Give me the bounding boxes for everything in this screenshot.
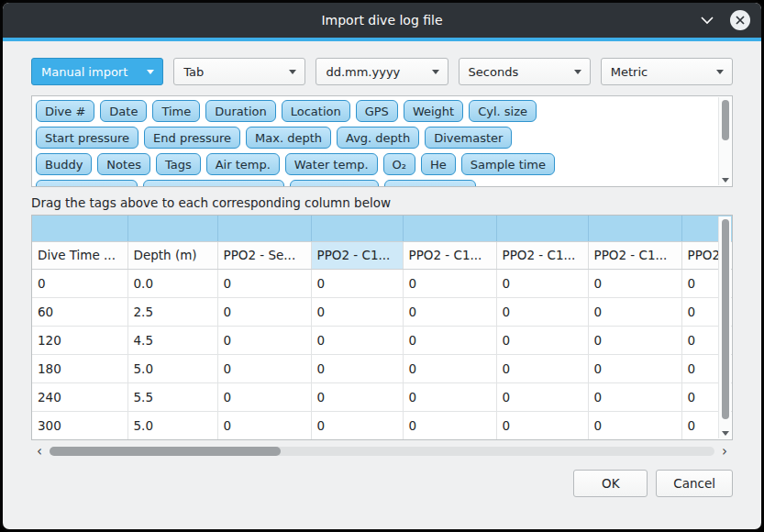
column-header: Dive Time ... xyxy=(32,241,127,269)
combo-units[interactable]: Metric xyxy=(601,58,733,85)
tag-area-scrollbar[interactable] xyxy=(718,97,731,185)
dialog-buttons: OK Cancel xyxy=(31,470,733,497)
table-cell: 0 xyxy=(588,354,681,382)
tag-row: Sample depthSample temperatureSample pO₂… xyxy=(36,180,714,187)
combo-date-format[interactable]: dd.mm.yyyy xyxy=(316,58,448,85)
tag-sample-temperature[interactable]: Sample temperature xyxy=(143,180,285,187)
tag-location[interactable]: Location xyxy=(282,100,350,122)
table-cell: 0 xyxy=(311,269,403,297)
table-row: 3005.0000000 xyxy=(32,411,733,439)
tag-area: Dive #DateTimeDurationLocationGPSWeightC… xyxy=(31,95,733,187)
table-cell: 0 xyxy=(311,354,403,382)
table-cell: 0 xyxy=(496,297,588,326)
tag-end-pressure[interactable]: End pressure xyxy=(144,127,240,149)
scroll-right-icon[interactable]: › xyxy=(718,444,731,459)
tag-avg-depth[interactable]: Avg. depth xyxy=(337,127,419,149)
tag-gps[interactable]: GPS xyxy=(356,100,398,122)
tag-max-depth[interactable]: Max. depth xyxy=(246,127,331,149)
scrollbar-thumb[interactable] xyxy=(722,100,729,140)
table-cell: 0 xyxy=(311,411,403,439)
table-cell: 0 xyxy=(217,382,311,411)
combo-value: Manual import xyxy=(41,65,147,79)
scrollbar-track[interactable] xyxy=(50,447,714,456)
tag-tags[interactable]: Tags xyxy=(156,153,201,175)
tag-notes[interactable]: Notes xyxy=(97,153,150,175)
scrollbar-thumb[interactable] xyxy=(50,447,281,456)
table-cell: 0 xyxy=(403,354,496,382)
tag-weight[interactable]: Weight xyxy=(404,100,463,122)
chevron-down-icon[interactable] xyxy=(697,10,717,30)
drop-target-cell[interactable] xyxy=(311,216,403,241)
preview-table-container: Dive Time ...Depth (m)PPO2 - Se...PPO2 -… xyxy=(31,215,733,440)
table-cell: 0.0 xyxy=(127,269,217,297)
table-cell: 0 xyxy=(588,382,681,411)
table-cell: 5.5 xyxy=(127,382,217,411)
scroll-down-icon[interactable] xyxy=(722,431,729,436)
tag-row: Start pressureEnd pressureMax. depthAvg.… xyxy=(36,127,714,149)
tag-air-temp[interactable]: Air temp. xyxy=(206,153,280,175)
combo-field-separator[interactable]: Tab xyxy=(173,58,305,85)
cancel-button[interactable]: Cancel xyxy=(656,470,733,497)
table-cell: 0 xyxy=(311,297,403,326)
combo-duration-format[interactable]: Seconds xyxy=(459,58,591,85)
tag-divemaster[interactable]: Divemaster xyxy=(425,127,512,149)
column-header: PPO2 - C1... xyxy=(496,241,588,269)
table-row: 1805.0000000 xyxy=(32,354,733,382)
ok-button[interactable]: OK xyxy=(573,470,648,497)
column-header: PPO2 - Se... xyxy=(217,241,311,269)
table-row: 1204.5000000 xyxy=(32,326,733,354)
table-cell: 240 xyxy=(32,382,127,411)
scrollbar-thumb[interactable] xyxy=(722,219,729,419)
tag-row: BuddyNotesTagsAir temp.Water temp.O₂HeSa… xyxy=(36,153,714,175)
table-cell: 0 xyxy=(403,411,496,439)
tag-date[interactable]: Date xyxy=(100,100,147,122)
close-icon[interactable] xyxy=(730,10,750,30)
combo-value: Tab xyxy=(183,65,289,79)
combo-value: Metric xyxy=(611,65,716,79)
tag-sample-po[interactable]: Sample pO₂ xyxy=(290,180,379,187)
tag-o[interactable]: O₂ xyxy=(383,153,415,175)
tag-he[interactable]: He xyxy=(421,153,456,175)
preview-table: Dive Time ...Depth (m)PPO2 - Se...PPO2 -… xyxy=(32,216,733,440)
tag-time[interactable]: Time xyxy=(152,100,200,122)
table-cell: 0 xyxy=(217,269,311,297)
chevron-down-icon xyxy=(289,70,296,74)
tag-dive[interactable]: Dive # xyxy=(36,100,94,122)
combo-import-mode[interactable]: Manual import xyxy=(31,58,163,85)
table-cell: 0 xyxy=(217,354,311,382)
table-cell: 0 xyxy=(496,269,588,297)
scroll-left-icon[interactable]: ‹ xyxy=(33,444,46,459)
table-cell: 120 xyxy=(32,326,127,354)
tag-duration[interactable]: Duration xyxy=(205,100,275,122)
titlebar[interactable]: Import dive log file xyxy=(3,3,761,38)
table-cell: 0 xyxy=(403,297,496,326)
table-cell: 0 xyxy=(217,326,311,354)
tag-sample-time[interactable]: Sample time xyxy=(461,153,555,175)
table-cell: 0 xyxy=(588,297,681,326)
tag-sample-cns[interactable]: Sample CNS xyxy=(384,180,476,187)
tag-water-temp[interactable]: Water temp. xyxy=(285,153,378,175)
table-cell: 0 xyxy=(496,382,588,411)
drop-target-cell[interactable] xyxy=(403,216,496,241)
drop-target-cell[interactable] xyxy=(127,216,217,241)
scroll-down-icon[interactable] xyxy=(722,178,729,183)
drop-target-cell[interactable] xyxy=(496,216,588,241)
table-cell: 0 xyxy=(588,269,681,297)
titlebar-actions xyxy=(697,10,750,30)
table-scrollbar-horizontal[interactable]: ‹ › xyxy=(31,444,733,459)
dialog-content: Manual importTabdd.mm.yyyySecondsMetric … xyxy=(3,41,761,529)
drop-target-cell[interactable] xyxy=(588,216,681,241)
table-scrollbar-vertical[interactable] xyxy=(718,216,731,438)
table-cell: 0 xyxy=(311,326,403,354)
table-cell: 0 xyxy=(496,326,588,354)
table-cell: 5.0 xyxy=(127,354,217,382)
drop-target-cell[interactable] xyxy=(217,216,311,241)
tag-buddy[interactable]: Buddy xyxy=(36,153,92,175)
table-cell: 0 xyxy=(496,411,588,439)
table-cell: 0 xyxy=(217,411,311,439)
chevron-down-icon xyxy=(574,70,581,74)
tag-start-pressure[interactable]: Start pressure xyxy=(36,127,138,149)
tag-sample-depth[interactable]: Sample depth xyxy=(36,180,138,187)
drop-target-cell[interactable] xyxy=(32,216,127,241)
tag-cyl-size[interactable]: Cyl. size xyxy=(469,100,537,122)
